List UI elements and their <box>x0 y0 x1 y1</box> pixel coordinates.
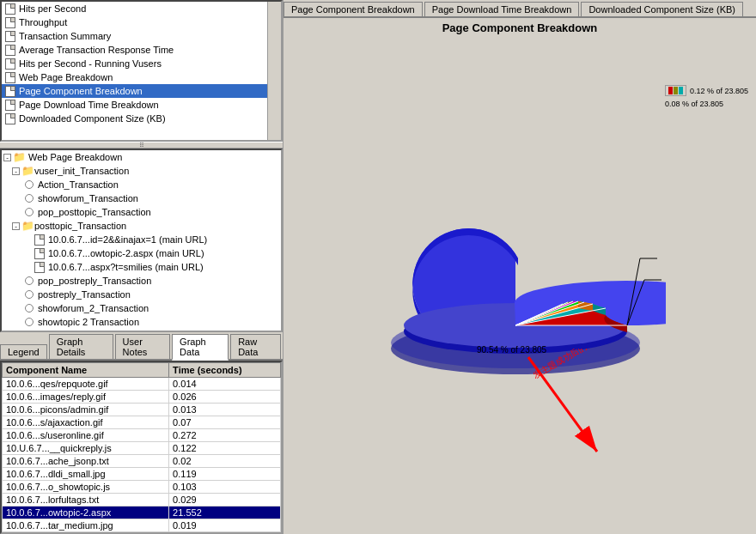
cell-time: 0.119 <box>169 468 281 481</box>
cell-name: 10.0.6...qes/repquote.gif <box>3 378 169 391</box>
bottom-tab[interactable]: Graph Details <box>49 334 113 359</box>
tree-list-top[interactable]: Hits per SecondThroughputTransaction Sum… <box>0 0 283 142</box>
left-panel: Hits per SecondThroughputTransaction Sum… <box>0 0 284 534</box>
page-icon <box>33 247 46 259</box>
cell-time: 0.014 <box>169 378 281 391</box>
doc-icon <box>3 16 17 28</box>
tree-list-item[interactable]: Hits per Second <box>2 2 281 15</box>
folder-icon: 📁 <box>13 151 27 163</box>
doc-icon <box>3 3 17 15</box>
page-icon <box>33 261 46 273</box>
bottom-tabs-row: LegendGraph DetailsUser NotesGraph DataR… <box>0 332 283 361</box>
cell-name: 10.0.6.7...dldi_small.jpg <box>3 468 169 481</box>
bottom-tab[interactable]: Raw Data <box>230 334 281 359</box>
tree-list-item[interactable]: Web Page Breakdown <box>2 70 281 84</box>
expand-btn[interactable]: - <box>12 222 20 230</box>
item-icon <box>22 275 36 287</box>
table-row[interactable]: 10.0.6.7...owtopic-2.aspx21.552 <box>3 507 281 519</box>
web-page-item[interactable]: postreply_Transaction <box>2 288 281 301</box>
table-row[interactable]: 10.0.6.7...dldi_small.jpg0.119 <box>3 468 281 481</box>
table-row[interactable]: 10.0.6...picons/admin.gif0.013 <box>3 404 281 416</box>
folder-icon: 📁 <box>21 165 34 177</box>
cell-name: 10.0.6.7...owtopic-2.aspx <box>3 507 169 519</box>
web-page-item[interactable]: pop_postreply_Transaction <box>2 274 281 288</box>
cell-name: 10.0.6...images/reply.gif <box>3 391 169 404</box>
tree-list-item[interactable]: Hits per Second - Running Vusers <box>2 57 281 70</box>
web-page-item[interactable]: 10.0.6.7...id=2&&inajax=1 (main URL) <box>2 233 281 246</box>
tree-list-item[interactable]: Downloaded Component Size (KB) <box>2 112 281 125</box>
tree-list-item[interactable]: Page Download Time Breakdown <box>2 98 281 112</box>
item-icon <box>22 179 36 191</box>
cell-time: 0.029 <box>169 494 281 507</box>
web-page-item[interactable]: -📁posttopic_Transaction <box>2 219 281 233</box>
folder-icon: 📁 <box>21 220 34 232</box>
top-tab[interactable]: Downloaded Component Size (KB) <box>581 2 743 16</box>
cell-time: 21.552 <box>169 507 281 519</box>
tree-list-bottom[interactable]: - 📁 Web Page Breakdown -📁vuser_init_Tran… <box>0 149 283 332</box>
cell-name: 10.0.6.7...ache_jsonp.txt <box>3 455 169 468</box>
cell-name: 10.U.6.7...__quickreply.js <box>3 442 169 455</box>
bottom-tab[interactable]: Graph Data <box>172 334 229 361</box>
cell-time: 0.019 <box>169 519 281 532</box>
cell-name: 10.0.6.7...tar_medium.jpg <box>3 519 169 532</box>
tree-list-item[interactable]: Average Transaction Response Time <box>2 43 281 57</box>
top-tab[interactable]: Page Download Time Breakdown <box>424 2 580 16</box>
bottom-tab[interactable]: Legend <box>0 344 47 359</box>
web-page-item[interactable]: -📁vuser_init_Transaction <box>2 164 281 178</box>
item-icon <box>22 288 36 300</box>
web-page-item[interactable]: 10.0.6.7...owtopic-2.aspx (main URL) <box>2 246 281 260</box>
table-row[interactable]: 10.U.6.7...__quickreply.js0.122 <box>3 442 281 455</box>
item-icon <box>22 192 36 204</box>
right-panel: Page Component BreakdownPage Download Ti… <box>284 0 756 534</box>
table-row[interactable]: 10.0.6...images/reply.gif0.026 <box>3 391 281 404</box>
panel-divider[interactable]: ⠿ <box>0 142 283 149</box>
cell-time: 0.122 <box>169 442 281 455</box>
web-page-item[interactable]: pop_posttopic_Transaction <box>2 205 281 219</box>
table-row[interactable]: 10.0.6...s/useronline.gif0.272 <box>3 429 281 442</box>
cell-name: 10.0.6.7...lorfultags.txt <box>3 494 169 507</box>
data-table-area[interactable]: Component Name Time (seconds) 10.0.6...q… <box>0 361 283 534</box>
chart-title: Page Component Breakdown <box>442 21 598 34</box>
cell-time: 0.02 <box>169 455 281 468</box>
chart-label-top: 0.12 % of 23.805 <box>690 87 748 95</box>
table-row[interactable]: 10.0.6.7...ache_jsonp.txt0.02 <box>3 455 281 468</box>
web-page-breakdown-header[interactable]: - 📁 Web Page Breakdown <box>2 150 281 164</box>
web-page-breakdown-label: Web Page Breakdown <box>28 152 122 162</box>
table-row[interactable]: 10.0.6.7...lorfultags.txt0.029 <box>3 494 281 507</box>
web-page-item[interactable]: showforum_Transaction <box>2 191 281 205</box>
table-row[interactable]: 10.0.6.7...o_showtopic.js0.103 <box>3 481 281 494</box>
cell-name: 10.0.6.7...o_showtopic.js <box>3 481 169 494</box>
top-tabs-row: Page Component BreakdownPage Download Ti… <box>284 0 756 18</box>
table-row[interactable]: 10.0.6.7...tar_medium.jpg0.019 <box>3 519 281 532</box>
cell-name: 10.0.6...s/useronline.gif <box>3 429 169 442</box>
cell-time: 0.013 <box>169 404 281 416</box>
tree-list-item[interactable]: Transaction Summary <box>2 29 281 43</box>
cell-time: 0.07 <box>169 416 281 429</box>
table-row[interactable]: 10.0.6...qes/repquote.gif0.014 <box>3 378 281 391</box>
doc-icon <box>3 85 17 97</box>
page-icon <box>33 234 46 246</box>
web-page-item[interactable]: Action_Transaction <box>2 178 281 191</box>
bottom-tab[interactable]: User Notes <box>115 334 171 359</box>
tree-list-item[interactable]: Throughput <box>2 15 281 29</box>
item-icon <box>22 302 36 314</box>
chart-container: 90.54 % of 23.805 0.12 % of 23.805 0.08 … <box>287 38 753 531</box>
doc-icon <box>3 58 17 70</box>
col-header-name: Component Name <box>3 363 169 378</box>
table-row[interactable]: 10.0.6...s/ajaxaction.gif0.07 <box>3 416 281 429</box>
web-page-item[interactable]: showforum_2_Transaction <box>2 301 281 315</box>
top-tab[interactable]: Page Component Breakdown <box>284 2 423 16</box>
expand-btn[interactable]: - <box>12 167 20 175</box>
chart-label-mid: 0.08 % of 23.805 <box>665 100 723 108</box>
web-page-item[interactable]: 10.0.6.7...aspx?t=smilies (main URL) <box>2 260 281 274</box>
col-header-time: Time (seconds) <box>169 363 281 378</box>
tree-list-item[interactable]: Page Component Breakdown <box>2 84 281 98</box>
item-icon <box>22 206 36 218</box>
cell-time: 0.272 <box>169 429 281 442</box>
chart-area: Page Component Breakdown <box>284 18 756 534</box>
cell-name: 10.0.6...picons/admin.gif <box>3 404 169 416</box>
expand-btn[interactable]: - <box>3 154 11 161</box>
bottom-panel: LegendGraph DetailsUser NotesGraph DataR… <box>0 332 283 534</box>
web-page-item[interactable]: showtopic 2 Transaction <box>2 315 281 329</box>
scrollbar-top[interactable] <box>267 2 281 140</box>
